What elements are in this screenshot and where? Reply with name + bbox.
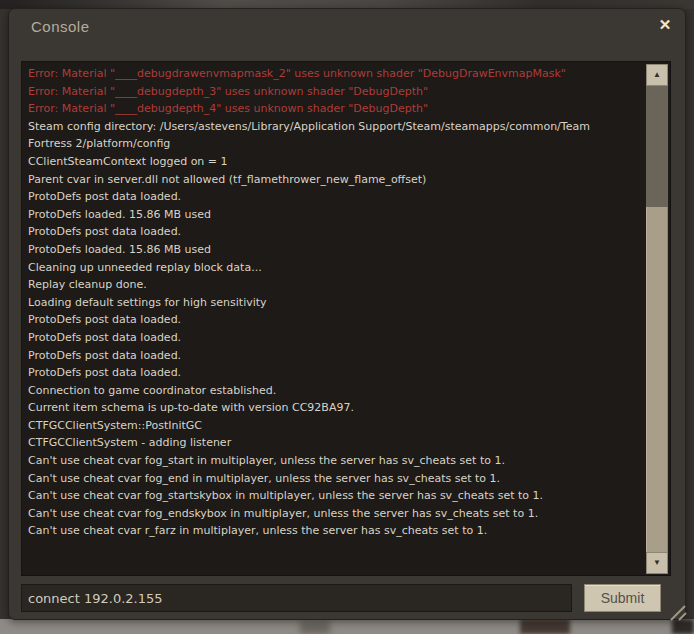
resize-grip-icon[interactable] (669, 605, 687, 621)
background-blob (672, 619, 694, 634)
log-line: Can't use cheat cvar fog_endskybox in mu… (28, 505, 644, 523)
log-line: Fortress 2/platform/config (28, 135, 644, 153)
log-line: ProtoDefs post data loaded. (28, 223, 644, 241)
log-line: Cleaning up unneeded replay block data..… (28, 259, 644, 277)
log-line: Connection to game coordinator establish… (28, 382, 644, 400)
background-bottom-strip (0, 619, 694, 634)
log-line: CTFGCClientSystem::PostInitGC (28, 417, 644, 435)
log-line: CTFGCClientSystem - adding listener (28, 434, 644, 452)
console-log: Error: Material "____debugdrawenvmapmask… (21, 61, 671, 576)
log-line: Can't use cheat cvar fog_start in multip… (28, 452, 644, 470)
console-command-input[interactable] (21, 584, 572, 612)
triangle-down-icon: ▼ (653, 558, 661, 567)
log-line: ProtoDefs post data loaded. (28, 311, 644, 329)
scrollbar-thumb[interactable] (646, 207, 668, 552)
log-line: ProtoDefs post data loaded. (28, 329, 644, 347)
log-scrollbar: ▲ ▼ (646, 64, 668, 574)
log-line: Can't use cheat cvar r_farz in multiplay… (28, 522, 644, 540)
scroll-up-button[interactable]: ▲ (646, 64, 668, 86)
background-blob (520, 619, 570, 634)
window-title: Console (31, 18, 90, 35)
console-log-lines: Error: Material "____debugdrawenvmapmask… (22, 62, 644, 540)
triangle-up-icon: ▲ (653, 70, 661, 79)
log-line: ProtoDefs loaded. 15.86 MB used (28, 206, 644, 224)
log-line: ProtoDefs post data loaded. (28, 364, 644, 382)
scroll-down-button[interactable]: ▼ (646, 552, 668, 574)
log-line: Replay cleanup done. (28, 276, 644, 294)
log-line: ProtoDefs post data loaded. (28, 347, 644, 365)
console-window: Console ✕ Error: Material "____debugdraw… (8, 8, 686, 620)
log-line: Error: Material "____debugdepth_3" uses … (28, 83, 644, 101)
log-line: Parent cvar in server.dll not allowed (t… (28, 171, 644, 189)
log-line: CClientSteamContext logged on = 1 (28, 153, 644, 171)
log-line: Error: Material "____debugdepth_4" uses … (28, 100, 644, 118)
log-line: ProtoDefs loaded. 15.86 MB used (28, 241, 644, 259)
background-blob (300, 621, 330, 634)
scrollbar-track[interactable] (646, 86, 668, 552)
log-line: Current item schema is up-to-date with v… (28, 399, 644, 417)
close-icon[interactable]: ✕ (655, 15, 675, 35)
log-line: Error: Material "____debugdrawenvmapmask… (28, 65, 644, 83)
log-line: Can't use cheat cvar fog_startskybox in … (28, 487, 644, 505)
log-line: Can't use cheat cvar fog_end in multipla… (28, 470, 644, 488)
log-line: Loading default settings for high sensit… (28, 294, 644, 312)
log-line: Steam config directory: /Users/astevens/… (28, 118, 644, 136)
log-line: ProtoDefs post data loaded. (28, 188, 644, 206)
submit-button[interactable]: Submit (584, 584, 661, 612)
